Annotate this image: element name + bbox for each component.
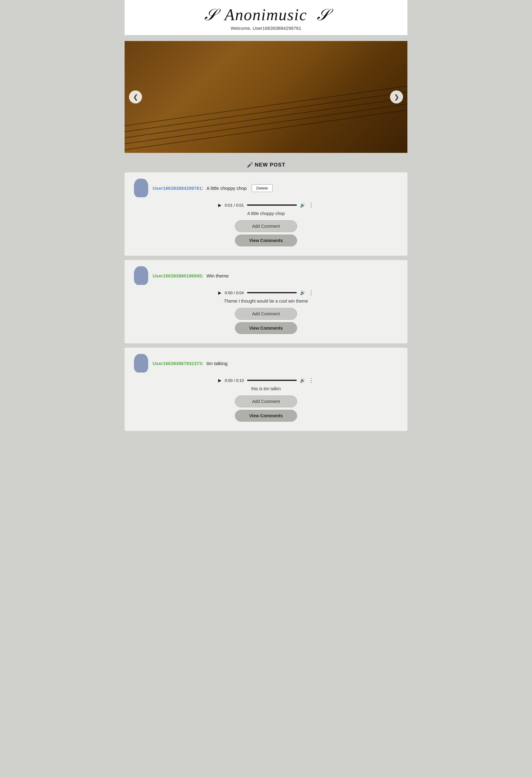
mic-icon: 🎤 xyxy=(247,162,253,168)
audio-player: ▶ 0:00 / 0:10 🔊 ⋮ xyxy=(134,377,398,384)
add-comment-button[interactable]: Add Comment xyxy=(235,220,297,232)
audio-player: ▶ 0:00 / 0:04 🔊 ⋮ xyxy=(134,289,398,296)
post-header: User166393884299761: A little choppy cho… xyxy=(134,179,398,197)
carousel-prev-button[interactable]: ❮ xyxy=(129,90,142,103)
delete-button[interactable]: Delete xyxy=(252,184,273,192)
post-title: A little choppy chop xyxy=(206,185,246,191)
new-post-label: NEW POST xyxy=(255,162,286,168)
post-item: User166393867932373: tim talking ▶ 0:00 … xyxy=(125,348,407,431)
carousel-image xyxy=(125,41,407,153)
time-display: 0:00 / 0:10 xyxy=(225,378,244,383)
carousel-next-button[interactable]: ❯ xyxy=(390,90,403,103)
volume-button[interactable]: 🔊 xyxy=(300,203,305,208)
view-comments-button[interactable]: View Comments xyxy=(235,410,297,421)
play-button[interactable]: ▶ xyxy=(218,290,222,295)
progress-fill xyxy=(247,205,297,206)
post-description: A little choppy chop xyxy=(134,211,398,216)
add-comment-button[interactable]: Add Comment xyxy=(235,395,297,407)
progress-bar[interactable] xyxy=(247,205,297,206)
post-item: User166393880196945: Win theme ▶ 0:00 / … xyxy=(125,260,407,343)
post-item: User166393884299761: A little choppy cho… xyxy=(125,172,407,256)
volume-button[interactable]: 🔊 xyxy=(300,290,305,295)
volume-button[interactable]: 🔊 xyxy=(300,378,305,383)
avatar xyxy=(134,266,148,285)
add-comment-button[interactable]: Add Comment xyxy=(235,308,297,320)
post-description: Theme I thought would be a cool win them… xyxy=(134,299,398,304)
post-description: this is tim talkin xyxy=(134,386,398,391)
welcome-message: Welcome, User166393884299761 xyxy=(128,25,404,31)
site-logo: 𝒮 Anonimusic 𝒮 xyxy=(128,6,404,24)
progress-bar[interactable] xyxy=(247,380,297,381)
progress-bar[interactable] xyxy=(247,292,297,293)
post-header: User166393880196945: Win theme xyxy=(134,266,398,285)
play-button[interactable]: ▶ xyxy=(218,203,222,208)
post-header: User166393867932373: tim talking xyxy=(134,354,398,373)
post-meta: User166393884299761: A little choppy cho… xyxy=(153,184,273,192)
post-username: User166393880196945: xyxy=(153,273,203,279)
more-options-button[interactable]: ⋮ xyxy=(308,202,314,209)
post-meta: User166393880196945: Win theme xyxy=(153,273,229,279)
view-comments-button[interactable]: View Comments xyxy=(235,235,297,246)
post-title: Win theme xyxy=(206,273,229,279)
time-display: 0:01 / 0:01 xyxy=(225,203,244,208)
new-post-bar[interactable]: 🎤NEW POST xyxy=(125,158,407,172)
more-options-button[interactable]: ⋮ xyxy=(308,377,314,384)
post-username: User166393867932373: xyxy=(153,361,203,366)
view-comments-button[interactable]: View Comments xyxy=(235,322,297,334)
posts-list: User166393884299761: A little choppy cho… xyxy=(125,172,407,442)
avatar xyxy=(134,354,148,373)
post-title: tim talking xyxy=(206,361,227,366)
avatar xyxy=(134,179,148,197)
audio-player: ▶ 0:01 / 0:01 🔊 ⋮ xyxy=(134,202,398,209)
play-button[interactable]: ▶ xyxy=(218,378,222,383)
post-meta: User166393867932373: tim talking xyxy=(153,361,227,366)
hero-carousel: ❮ ❯ xyxy=(125,41,407,153)
time-display: 0:00 / 0:04 xyxy=(225,291,244,295)
more-options-button[interactable]: ⋮ xyxy=(308,289,314,296)
post-username: User166393884299761: xyxy=(153,185,203,191)
site-header: 𝒮 Anonimusic 𝒮 Welcome, User166393884299… xyxy=(125,0,407,35)
